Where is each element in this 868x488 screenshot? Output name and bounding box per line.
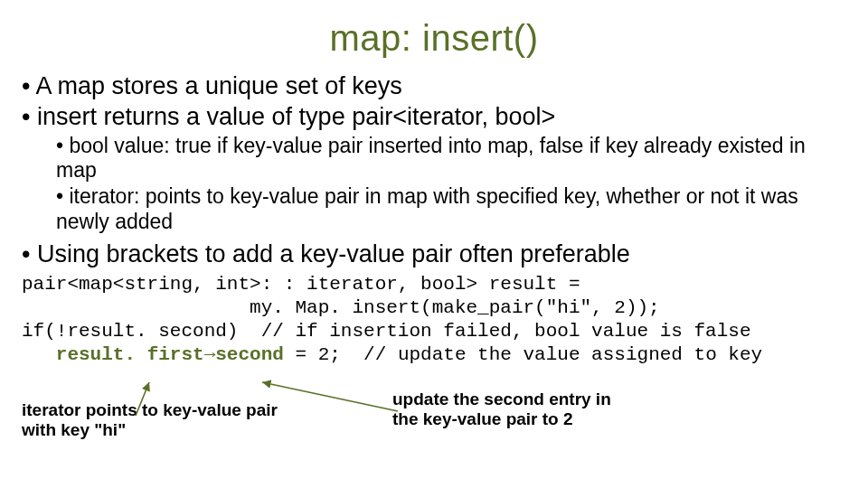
code-block: pair<map<string, int>: : iterator, bool>… [22,273,846,368]
bullet-2: insert returns a value of type pair<iter… [22,102,846,131]
bullet-2-sub-2: iterator: points to key-value pair in ma… [56,184,846,234]
code-line-4-pre [22,344,56,365]
code-line-3: if(!result. second) // if insertion fail… [22,321,751,342]
bullet-1: A map stores a unique set of keys [22,71,846,100]
bullet-list: A map stores a unique set of keys insert… [22,71,846,269]
code-line-4-post: = 2; // update the value assigned to key [284,344,762,365]
annotation-left-line-1: iterator points to key-value pair [22,400,278,419]
annotation-left: iterator points to key-value pair with k… [22,400,293,442]
bullet-3: Using brackets to add a key-value pair o… [22,239,846,268]
code-line-1: pair<map<string, int>: : iterator, bool>… [22,274,580,295]
annotation-right-line-1: update the second entry in [392,389,611,408]
annotation-left-line-2: with key "hi" [22,420,126,439]
annotation-right: update the second entry in the key-value… [392,389,664,431]
code-line-2: my. Map. insert(make_pair("hi", 2)); [22,297,660,318]
slide-title: map: insert() [22,18,846,59]
slide: map: insert() A map stores a unique set … [0,0,868,488]
code-line-4-highlight: result. first→second [56,344,284,365]
annotation-right-line-2: the key-value pair to 2 [392,409,573,428]
bullet-2-sublist: bool value: true if key-value pair inser… [22,134,846,234]
bullet-2-sub-1: bool value: true if key-value pair inser… [56,134,846,183]
